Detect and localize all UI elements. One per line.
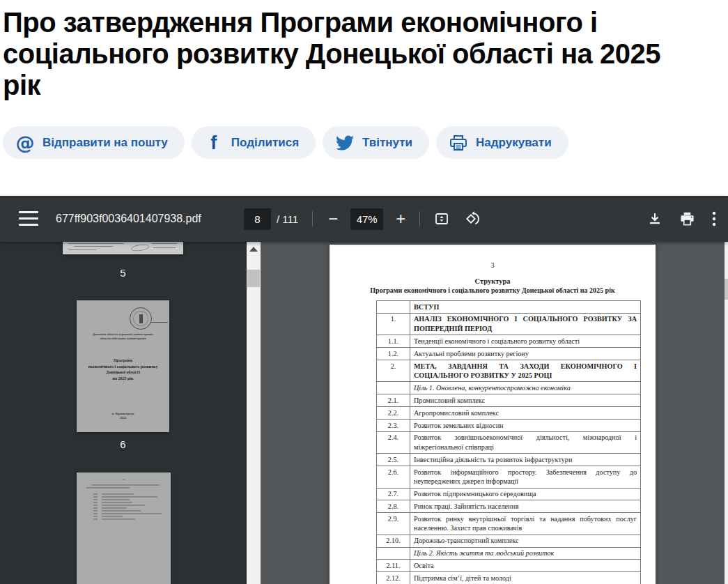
toc-row-number: 1.1.	[377, 335, 410, 348]
toc-row-text: Розвиток земельних відносин	[410, 420, 641, 432]
pdf-page: 3 Структура Програми економічного і соці…	[330, 245, 656, 584]
toc-row-number: 2.4.	[377, 431, 410, 453]
cover-city-year: м. Краматорськ 2024	[77, 412, 169, 420]
tweet-button[interactable]: Твітнути	[323, 126, 429, 159]
printer-icon	[449, 133, 468, 153]
toc-row: 2.7. Розвиток підприємницького середовищ…	[377, 488, 641, 500]
main-scrollbar[interactable]	[725, 242, 728, 584]
toc-row-text: Ціль 1. Оновлена, конкурентоспроможна ек…	[410, 382, 641, 394]
toc-row-number: 1.	[377, 313, 410, 335]
share-buttons-row: @ Відправити на пошту f Поділитися Твітн…	[3, 126, 568, 159]
main-scrollbar-thumb[interactable]	[725, 279, 728, 300]
thumbnail-page-5[interactable]	[63, 242, 183, 254]
document-page-number: 3	[330, 261, 656, 269]
facebook-share-button[interactable]: f Поділитися	[192, 126, 316, 159]
toc-row-text: ВСТУП	[410, 301, 641, 314]
facebook-icon: f	[204, 133, 224, 153]
thumbnail-page-6[interactable]: Донецька обласна державна адміністрація,…	[77, 300, 169, 432]
pdf-toolbar: 677ff903f0036401407938.pdf / 111 − +	[0, 196, 728, 242]
toolbar-divider	[419, 211, 420, 226]
toc-row-number: 2.	[377, 360, 410, 382]
toc-row: 2.2. Агропромисловий комплекс	[377, 407, 641, 420]
page-title-line: соціального розвитку Донецької області н…	[3, 38, 727, 70]
toc-row-number: 2.7.	[377, 488, 410, 500]
sidebar-scrollbar[interactable]	[247, 242, 261, 584]
fit-page-icon	[434, 211, 449, 226]
page-title-line: рік	[3, 70, 727, 101]
toc-row: 2.10. Дорожньо-транспортний комплекс	[377, 535, 641, 547]
toc-row-number	[377, 382, 410, 394]
print-article-label: Надрукувати	[476, 136, 552, 150]
toc-row-number: 2.11.	[377, 560, 410, 572]
cover-title: Програма економічного і соціального розв…	[77, 358, 169, 381]
rotate-button[interactable]	[462, 208, 484, 230]
print-icon	[679, 211, 695, 226]
toc-row: Ціль 2. Якість життя та людський розвито…	[377, 547, 641, 560]
toc-row-text: МЕТА, ЗАВДАННЯ ТА ЗАХОДИ ЕКОНОМІЧНОГО І …	[410, 360, 641, 382]
pdf-viewer: 677ff903f0036401407938.pdf / 111 − +	[0, 196, 728, 584]
send-email-button[interactable]: @ Відправити на пошту	[3, 126, 185, 159]
toc-row-text: Розвиток зовнішньоекономічної діяльності…	[410, 431, 641, 453]
toc-row-text: Інвестиційна діяльність та розвиток інфр…	[410, 454, 641, 466]
pdf-viewer-body: 5 Донецька обласна державна адміністраці…	[0, 242, 728, 584]
pdf-toolbar-center: / 111 − +	[244, 196, 484, 242]
toc-row-number: 2.3.	[377, 420, 410, 432]
signature-mark	[131, 243, 150, 252]
toc-row: 1. АНАЛІЗ ЕКОНОМІЧНОГО І СОЦІАЛЬНОГО РОЗ…	[377, 313, 641, 335]
toc-row-text: Ціль 2. Якість життя та людський розвито…	[410, 547, 641, 560]
zoom-out-button[interactable]: −	[325, 208, 341, 229]
toc-row-number: 2.6.	[377, 466, 410, 488]
more-options-button[interactable]	[709, 208, 719, 229]
print-button[interactable]	[676, 208, 698, 229]
toc-row: 2.9. Розвиток ринку внутрішньої торгівлі…	[377, 513, 641, 535]
toc-row-number	[377, 547, 410, 560]
toc-row: ВСТУП	[377, 301, 641, 314]
sidebar-scrollbar-thumb[interactable]	[247, 270, 260, 287]
toc-row-number: 1.2.	[377, 348, 410, 360]
at-icon: @	[15, 133, 35, 153]
toc-row: 2.12. Підтримка сім’ї, дітей та молоді	[377, 572, 641, 584]
thumbnail-label-6: 6	[63, 438, 183, 450]
page-title: Про затвердження Програми економічного і…	[3, 7, 727, 101]
facebook-share-label: Поділитися	[231, 136, 299, 150]
toc-row-text: Підтримка сім’ї, дітей та молоді	[410, 572, 641, 584]
page-title-line: Про затвердження Програми економічного і	[3, 7, 727, 38]
zoom-level-input[interactable]	[350, 208, 383, 230]
toc-row-number: 2.2.	[377, 407, 410, 420]
official-seal	[130, 307, 152, 330]
toc-row-text: Розвиток підприємницького середовища	[410, 488, 641, 500]
toc-row-number: 2.9.	[377, 513, 410, 535]
pdf-filename: 677ff903f0036401407938.pdf	[56, 196, 201, 242]
toc-row-number: 2.5.	[377, 454, 410, 466]
scroll-up-arrow-icon[interactable]	[249, 247, 258, 252]
document-heading: Структура	[330, 277, 656, 285]
toc-row: 1.2. Актуальні проблеми розвитку регіону	[377, 348, 641, 360]
toc-row-text: Розвиток ринку внутрішньої торгівлі та н…	[410, 513, 641, 535]
toc-row: 2.3. Розвиток земельних відносин	[377, 420, 641, 432]
cover-organization: Донецька обласна державна адміністрація,…	[77, 332, 169, 341]
toolbar-divider	[312, 211, 313, 226]
fit-page-button[interactable]	[431, 208, 452, 229]
toc-row-text: Агропромисловий комплекс	[410, 407, 641, 420]
toc-row-text: Дорожньо-транспортний комплекс	[410, 535, 641, 547]
send-email-label: Відправити на пошту	[42, 136, 168, 150]
tweet-label: Твітнути	[362, 136, 412, 150]
pdf-canvas: 3 Структура Програми економічного і соці…	[261, 242, 728, 584]
print-article-button[interactable]: Надрукувати	[436, 126, 568, 159]
download-button[interactable]	[644, 208, 665, 229]
thumbnails-sidebar: 5 Донецька обласна державна адміністраці…	[0, 242, 247, 584]
pdf-toolbar-right	[644, 196, 719, 242]
toc-row-number: 2.8.	[377, 500, 410, 513]
toc-row-number: 2.12.	[377, 572, 410, 584]
toc-row-text: АНАЛІЗ ЕКОНОМІЧНОГО І СОЦІАЛЬНОГО РОЗВИТ…	[410, 313, 641, 335]
page-count-label: / 111	[277, 213, 298, 225]
toc-row: Ціль 1. Оновлена, конкурентоспроможна ек…	[377, 382, 641, 394]
menu-icon[interactable]	[19, 211, 38, 226]
zoom-in-button[interactable]: +	[393, 208, 408, 229]
thumbnail-page-7[interactable]	[77, 472, 171, 584]
toc-row-text: Освіта	[410, 560, 641, 572]
page-number-input[interactable]	[244, 208, 271, 230]
download-icon	[647, 211, 663, 226]
toc-row: 2.6. Розвиток інформаційного простору. З…	[377, 466, 641, 488]
kebab-menu-icon	[712, 211, 716, 226]
